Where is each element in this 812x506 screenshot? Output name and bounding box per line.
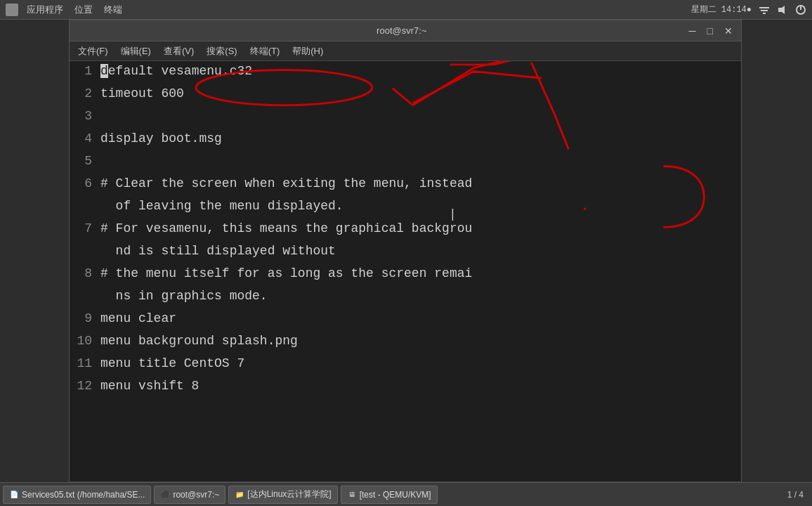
menu-terminal[interactable]: 终端 (104, 4, 122, 16)
line-number-2: 2 (72, 86, 100, 100)
line-content-7c: nd is still displayed without (100, 244, 336, 258)
line-number-8: 8 (72, 266, 100, 280)
line-1: 1 default vesamenu.c32 (70, 64, 741, 86)
line-number-4: 4 (72, 131, 100, 145)
line-6-cont: 6 of leaving the menu displayed. (70, 199, 741, 221)
power-icon (795, 4, 806, 15)
line-number-1: 1 (72, 64, 100, 78)
datetime-display: 星期二 14:14● (691, 4, 752, 15)
menu-help[interactable]: 帮助(H) (287, 44, 329, 59)
terminal-window: root@svr7:~ ─ □ ✕ 文件(F) 编辑(E) 查看(V) 搜索(S… (69, 20, 742, 506)
taskbar-pager: 1 / 4 (787, 490, 809, 500)
line-number-11: 11 (72, 356, 100, 370)
taskbar-item-terminal[interactable]: ⬛ root@svr7:~ (154, 486, 225, 504)
minimize-button[interactable]: ─ (686, 25, 699, 37)
menu-edit[interactable]: 编辑(E) (115, 44, 157, 59)
line-number-6: 6 (72, 176, 100, 190)
file-icon: 📄 (9, 490, 19, 500)
line-7-cont: 7 nd is still displayed without (70, 244, 741, 266)
terminal-title: root@svr7:~ (376, 25, 426, 36)
line-content-7: # For vesamenu, this means the graphical… (100, 221, 472, 235)
titlebar-controls[interactable]: ─ □ ✕ (686, 25, 735, 37)
text-cursor-pos: | (449, 207, 457, 221)
line-8: 8 # the menu itself for as long as the s… (70, 266, 741, 289)
taskbar-label-terminal: root@svr7:~ (173, 490, 219, 500)
svg-rect-3 (763, 13, 766, 14)
line-content-2: timeout 600 (100, 86, 184, 100)
menu-apps[interactable]: 应用程序 (27, 4, 63, 16)
line-5: 5 (70, 154, 741, 176)
taskbar-item-linux[interactable]: 📁 [达内Linux云计算学院] (228, 486, 337, 504)
line-number-9: 9 (72, 311, 100, 325)
close-button[interactable]: ✕ (721, 25, 735, 37)
line-3: 3 (70, 109, 741, 131)
menu-view[interactable]: 查看(V) (158, 44, 199, 59)
line-number-12: 12 (72, 379, 100, 393)
folder-icon: 📁 (235, 490, 244, 500)
line-content-10: menu background splash.png (100, 334, 298, 348)
menu-location[interactable]: 位置 (74, 4, 93, 16)
line-content-4: display boot.msg (100, 131, 222, 145)
taskbar-item-qemu[interactable]: 🖥 [test - QEMU/KVM] (341, 486, 438, 504)
line-content-8: # the menu itself for as long as the scr… (100, 266, 472, 280)
svg-rect-0 (7, 5, 17, 15)
line-4: 4 display boot.msg (70, 131, 741, 154)
line-2: 2 timeout 600 (70, 86, 741, 109)
menu-file[interactable]: 文件(F) (72, 44, 114, 59)
line-10: 10 menu background splash.png (70, 334, 741, 356)
terminal-icon: ⬛ (160, 490, 170, 500)
line-12: 12 menu vshift 8 (70, 379, 741, 401)
system-bar-menu[interactable]: 应用程序 位置 终端 (27, 4, 122, 16)
line-number-10: 10 (72, 334, 100, 348)
line-6: 6 # Clear the screen when exiting the me… (70, 176, 741, 199)
svg-rect-2 (761, 10, 768, 11)
taskbar-label-qemu: [test - QEMU/KVM] (360, 490, 431, 500)
line-content-12: menu vshift 8 (100, 379, 199, 393)
volume-icon (777, 4, 788, 15)
line-9: 9 menu clear (70, 311, 741, 334)
cursor: d (100, 64, 108, 78)
line-number-5: 5 (72, 154, 100, 168)
terminal-titlebar: root@svr7:~ ─ □ ✕ (70, 20, 741, 41)
line-content-9: menu clear (100, 311, 176, 325)
line-8-cont: 8 ns in graphics mode. (70, 289, 741, 311)
terminal-menubar[interactable]: 文件(F) 编辑(E) 查看(V) 搜索(S) 终端(T) 帮助(H) (70, 41, 741, 61)
taskbar-label-linux: [达内Linux云计算学院] (247, 488, 331, 500)
system-bar-left: 应用程序 位置 终端 (6, 4, 122, 16)
taskbar: 📄 Services05.txt (/home/haha/SE... ⬛ roo… (0, 482, 812, 506)
vm-icon: 🖥 (347, 490, 357, 500)
line-content-6c: of leaving the menu displayed. (100, 199, 343, 213)
line-11: 11 menu title CentOS 7 (70, 356, 741, 379)
network-icon (759, 4, 770, 15)
taskbar-item-services[interactable]: 📄 Services05.txt (/home/haha/SE... (3, 486, 151, 504)
line-content-8c: ns in graphics mode. (100, 289, 268, 303)
editor-area[interactable]: 1 default vesamenu.c32 2 timeout 600 3 4… (70, 61, 741, 481)
menu-search[interactable]: 搜索(S) (201, 44, 242, 59)
svg-marker-4 (778, 6, 785, 14)
taskbar-label-services: Services05.txt (/home/haha/SE... (22, 490, 145, 500)
system-bar-right: 星期二 14:14● (691, 4, 806, 15)
annotation-dot: • (582, 205, 587, 215)
line-number-3: 3 (72, 109, 100, 123)
system-bar: 应用程序 位置 终端 星期二 14:14● (0, 0, 812, 20)
svg-rect-1 (759, 7, 769, 8)
maximize-button[interactable]: □ (705, 25, 716, 37)
line-content-6: # Clear the screen when exiting the menu… (100, 176, 472, 190)
menu-terminal-menu[interactable]: 终端(T) (244, 44, 286, 59)
line-number-7: 7 (72, 221, 100, 235)
line-content-1: default vesamenu.c32 (100, 64, 252, 78)
line-content-11: menu title CentOS 7 (100, 356, 244, 370)
app-icon (6, 4, 18, 16)
line-7: 7 # For vesamenu, this means the graphic… (70, 221, 741, 244)
